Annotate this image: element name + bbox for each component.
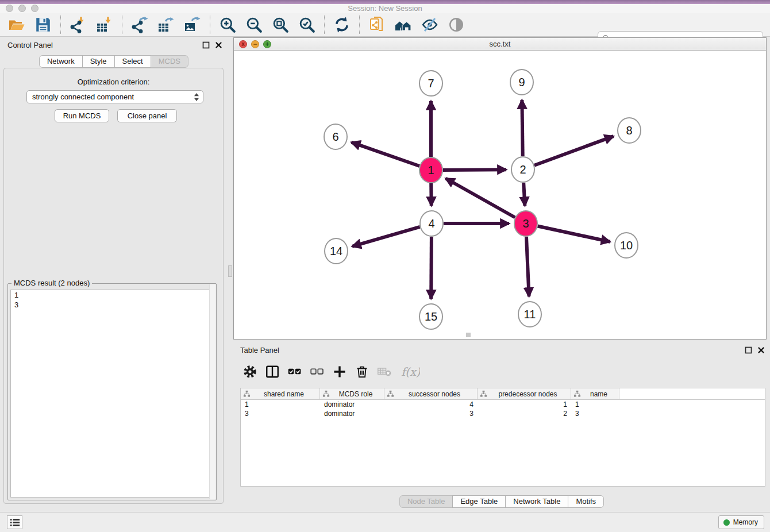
float-table-panel-icon[interactable] [745, 346, 752, 354]
result-scrollbar[interactable] [209, 284, 215, 499]
memory-button[interactable]: Memory [718, 515, 764, 529]
export-network-button[interactable] [128, 15, 152, 34]
memory-status-icon [723, 519, 730, 526]
edge-3-10[interactable] [538, 226, 610, 242]
graph-node-15[interactable]: 15 [419, 304, 442, 329]
add-row-button[interactable] [331, 363, 348, 380]
table-tab-network-table[interactable]: Network Table [505, 495, 568, 508]
edge-1-4[interactable] [431, 183, 432, 206]
select-all-button[interactable] [286, 363, 303, 380]
network-graph[interactable]: 1234678910111415 [234, 51, 766, 339]
graph-node-14[interactable]: 14 [325, 238, 348, 264]
window-accent-strip [0, 0, 770, 4]
save-session-button[interactable] [31, 15, 55, 34]
float-panel-icon[interactable] [202, 41, 210, 49]
edge-2-9[interactable] [522, 100, 522, 156]
toggle-panel-button[interactable] [264, 363, 281, 380]
network-minimize-button[interactable]: − [251, 40, 259, 48]
export-image-button[interactable] [180, 15, 205, 34]
graph-node-2[interactable]: 2 [511, 157, 534, 182]
graph-node-8[interactable]: 8 [618, 118, 641, 143]
table-tab-motifs[interactable]: Motifs [568, 495, 604, 508]
graph-node-6[interactable]: 6 [324, 124, 347, 149]
apply-function-icon: f(x) [399, 364, 420, 379]
zoom-out-icon [245, 16, 263, 33]
zoom-selected-button[interactable] [295, 15, 319, 34]
import-network-button[interactable] [66, 15, 90, 34]
graph-node-9[interactable]: 9 [510, 70, 533, 95]
network-close-button[interactable]: x [239, 40, 247, 48]
import-table-button[interactable] [93, 15, 117, 34]
column-tree-icon [387, 390, 394, 398]
edge-4-15[interactable] [431, 237, 432, 299]
show-all-icon [448, 16, 465, 33]
splitter-grip[interactable] [228, 265, 232, 277]
delete-table-button [376, 363, 393, 380]
table-options-button[interactable] [241, 363, 259, 380]
edge-1-6[interactable] [352, 142, 419, 166]
edge-2-8[interactable] [534, 136, 614, 165]
edge-4-14[interactable] [352, 227, 420, 246]
zoom-window-button[interactable] [31, 5, 38, 12]
traffic-lights [6, 5, 38, 12]
export-table-button[interactable] [154, 15, 178, 34]
hide-selected-button[interactable] [418, 15, 442, 34]
graph-node-3[interactable]: 3 [514, 211, 537, 236]
first-neighbors-button[interactable] [391, 15, 415, 34]
canvas-scrollbar-thumb[interactable] [466, 333, 471, 337]
close-table-panel-icon[interactable] [757, 346, 765, 354]
zoom-fit-button[interactable] [268, 15, 292, 34]
table-tab-node-table[interactable]: Node Table [399, 495, 453, 508]
deselect-all-icon [310, 364, 325, 379]
delete-row-button[interactable] [353, 363, 371, 380]
network-canvas[interactable]: 1234678910111415 [234, 51, 766, 339]
run-mcds-button[interactable]: Run MCDS [55, 109, 109, 122]
table-row[interactable]: 1dominator411 [241, 400, 765, 409]
tab-style[interactable]: Style [82, 55, 115, 68]
tab-network[interactable]: Network [39, 55, 83, 68]
table-cell: 3 [571, 409, 619, 418]
edge-3-11[interactable] [526, 237, 529, 296]
column-header-name[interactable]: name [571, 388, 619, 400]
open-folder-button[interactable] [5, 15, 29, 34]
node-label: 7 [428, 77, 434, 90]
close-window-button[interactable] [6, 5, 13, 12]
panel-splitter[interactable] [228, 37, 233, 512]
close-panel-icon[interactable] [215, 41, 222, 49]
minimize-window-button[interactable] [18, 5, 26, 12]
edge-3-1[interactable] [446, 179, 515, 218]
graph-node-10[interactable]: 10 [615, 233, 638, 258]
column-header-predecessor-nodes[interactable]: predecessor nodes [478, 388, 571, 400]
delete-table-icon [377, 364, 392, 379]
svg-text:f(x): f(x) [401, 365, 420, 379]
network-window-titlebar[interactable]: scc.txt x − + [234, 38, 766, 51]
apply-layout-button[interactable] [330, 15, 354, 34]
column-header-MCDS-role[interactable]: MCDS role [320, 388, 384, 400]
graph-node-7[interactable]: 7 [419, 71, 442, 96]
column-header-successor-nodes[interactable]: successor nodes [384, 388, 478, 400]
graph-node-1[interactable]: 1 [419, 157, 442, 183]
edge-1-2[interactable] [443, 169, 506, 170]
zoom-out-button[interactable] [242, 15, 266, 34]
table-tab-edge-table[interactable]: Edge Table [452, 495, 506, 508]
table-panel: Table Panel f(x) shared nameMCDS rolesuc… [233, 342, 770, 512]
node-label: 15 [425, 310, 437, 323]
column-header-shared-name[interactable]: shared name [241, 388, 320, 400]
network-zoom-button[interactable]: + [263, 40, 271, 48]
deselect-all-button[interactable] [309, 363, 326, 380]
edge-2-3[interactable] [523, 183, 525, 206]
table-cell: dominator [320, 400, 384, 409]
import-network-icon [70, 16, 87, 33]
task-history-button[interactable] [7, 515, 22, 529]
zoom-in-button[interactable] [215, 15, 240, 34]
table-row[interactable]: 3dominator323 [241, 409, 765, 418]
optimization-criterion-select[interactable]: strongly connected component [26, 90, 203, 103]
close-panel-button[interactable]: Close panel [117, 109, 177, 122]
tab-mcds[interactable]: MCDS [151, 55, 188, 68]
mcds-result-text[interactable]: 13 [10, 290, 214, 498]
duplicate-network-button[interactable] [365, 15, 389, 34]
graph-node-11[interactable]: 11 [518, 302, 541, 327]
hide-selected-icon [421, 16, 438, 33]
graph-node-4[interactable]: 4 [420, 211, 443, 236]
tab-select[interactable]: Select [114, 55, 151, 68]
